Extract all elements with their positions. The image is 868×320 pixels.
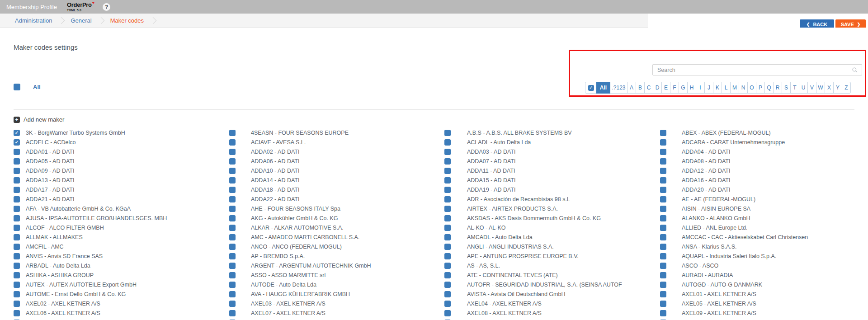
maker-item[interactable]: AVA - HAUGG KÜHLERFABRIK GMBH — [229, 289, 350, 299]
maker-item[interactable]: ANVIS - Anvis SD France SAS — [14, 251, 103, 261]
maker-checkbox[interactable] — [14, 177, 20, 184]
maker-label[interactable]: AXEL03 - AXEL KETNER A/S — [251, 301, 326, 307]
maker-label[interactable]: AUTODE - Auto Delta Lda — [251, 282, 316, 288]
maker-label[interactable]: AVA - HAUGG KÜHLERFABRIK GMBH — [251, 291, 350, 297]
maker-checkbox[interactable] — [14, 215, 20, 221]
maker-item[interactable]: ADDA11 - AD DATI — [444, 166, 515, 175]
maker-item[interactable]: APE - ANTUNG PROSPRISE EUROPE B.V. — [444, 251, 579, 261]
maker-item[interactable]: ADDA05 - AD DATI — [14, 156, 74, 166]
maker-item[interactable]: ADDA02 - AD DATI — [229, 147, 299, 156]
maker-checkbox[interactable] — [444, 272, 451, 278]
maker-checkbox[interactable] — [229, 149, 236, 155]
maker-label[interactable]: ACLADL - Auto Delta Lda — [467, 139, 531, 146]
maker-item[interactable]: AXEL10 - AXEL KETNER A/S — [14, 318, 100, 320]
maker-item[interactable]: AUTOFR - SEGURIDAD INDUSTRIAL, S.A. (SEI… — [444, 280, 622, 289]
maker-item[interactable]: ADDA03 - AD DATI — [444, 147, 515, 156]
maker-label[interactable]: ASSO - ASSO MARMITTE srl — [251, 272, 326, 278]
maker-checkbox[interactable] — [660, 196, 666, 202]
maker-checkbox[interactable] — [229, 158, 236, 165]
alphabet-filter-letter-y[interactable]: Y — [833, 82, 842, 94]
maker-label[interactable]: ADDA13 - AD DATI — [26, 177, 74, 184]
maker-label[interactable]: AXEL09 - AXEL KETNER A/S — [682, 310, 756, 316]
maker-checkbox[interactable] — [660, 310, 666, 316]
maker-item[interactable]: ADDA10 - AD DATI — [229, 166, 299, 175]
maker-item[interactable]: ABEX - ABEX (FEDERAL-MOGUL) — [660, 128, 771, 137]
maker-label[interactable]: ADDA02 - AD DATI — [251, 149, 299, 155]
maker-item[interactable]: ALANKO - ALANKO GmbH — [660, 213, 750, 223]
maker-item[interactable]: AL-KO - AL-KO — [444, 223, 505, 232]
breadcrumb-item-administration[interactable]: Administration — [15, 17, 52, 24]
maker-item[interactable]: AXEL01 - AXEL KETNER A/S — [660, 289, 756, 299]
maker-item[interactable]: AS - AS, S.L. — [444, 261, 500, 270]
maker-label[interactable]: ADDA16 - AD DATI — [682, 177, 730, 184]
maker-label[interactable]: AURADI - AURADIA — [682, 272, 733, 278]
maker-item[interactable]: ARBADL - Auto Delta Lda — [14, 261, 90, 270]
maker-item[interactable]: ALKAR - ALKAR AUTOMOTIVE S.A. — [229, 223, 344, 232]
maker-label[interactable]: AQUAPL - Industria Saleri Italo S.p.A. — [682, 253, 776, 259]
alphabet-filter-letter-b[interactable]: B — [636, 82, 645, 94]
maker-label[interactable]: AXEL07 - AXEL KETNER A/S — [251, 310, 326, 316]
maker-item[interactable]: AUTOME - Ernst Dello GmbH & Co. KG — [14, 289, 126, 299]
maker-label[interactable]: AUTOME - Ernst Dello GmbH & Co. KG — [26, 291, 126, 297]
maker-item[interactable]: AMCFIL - AMC — [14, 242, 64, 251]
alphabet-filter-letter-l[interactable]: L — [722, 82, 731, 94]
maker-item[interactable]: AXEL04 - AXEL KETNER A/S — [444, 299, 542, 308]
maker-checkbox[interactable] — [229, 215, 236, 221]
maker-checkbox[interactable] — [660, 206, 666, 212]
maker-label[interactable]: ARBADL - Auto Delta Lda — [26, 263, 90, 269]
maker-checkbox[interactable] — [444, 301, 451, 307]
maker-item[interactable]: AKG - Autokühler GmbH & Co. KG — [229, 213, 338, 223]
maker-checkbox[interactable] — [444, 168, 451, 174]
maker-item[interactable]: ADDA01 - AD DATI — [14, 147, 74, 156]
alphabet-filter-symbols[interactable]: .?123 — [610, 82, 627, 94]
alphabet-filter-letter-v[interactable]: V — [807, 82, 816, 94]
maker-item[interactable]: AUTODE - Auto Delta Lda — [229, 280, 316, 289]
maker-item[interactable]: AMC - AMADEO MARTI CARBONELL S.A. — [229, 232, 359, 242]
maker-checkbox[interactable] — [14, 234, 20, 240]
maker-item[interactable]: ADDA04 - AD DATI — [660, 147, 730, 156]
alphabet-filter-letter-n[interactable]: N — [739, 82, 748, 94]
maker-label[interactable]: ALCOF - ALCO FILTER GMBH — [26, 225, 104, 231]
search-input[interactable] — [653, 67, 852, 73]
maker-checkbox[interactable] — [660, 272, 666, 278]
alphabet-filter-letter-d[interactable]: D — [653, 82, 662, 94]
maker-item[interactable]: ANGLI - ANGLI INDUSTRIAS S.A. — [444, 242, 554, 251]
maker-checkbox[interactable] — [14, 291, 20, 297]
maker-label[interactable]: ADDA21 - AD DATI — [26, 196, 74, 202]
maker-checkbox[interactable] — [660, 244, 666, 250]
maker-checkbox[interactable] — [14, 301, 20, 307]
maker-label[interactable]: ALLMAK - ALLMAKES — [26, 234, 83, 240]
maker-label[interactable]: ADDA01 - AD DATI — [26, 149, 74, 155]
maker-label[interactable]: AHE - FOUR SEASONS ITALY Spa — [251, 206, 340, 212]
maker-label[interactable]: ADDA19 - AD DATI — [467, 187, 515, 193]
maker-label[interactable]: ADDA04 - AD DATI — [682, 149, 730, 155]
maker-checkbox[interactable] — [444, 139, 451, 146]
maker-item[interactable]: ADDA06 - AD DATI — [229, 156, 299, 166]
maker-item[interactable]: AXEL06 - AXEL KETNER A/S — [14, 308, 100, 318]
maker-checkbox[interactable] — [229, 225, 236, 231]
maker-label[interactable]: ADDA08 - AD DATI — [682, 158, 730, 165]
breadcrumb-item-general[interactable]: General — [71, 17, 91, 24]
maker-label[interactable]: ASHIKA - ASHIKA GROUP — [26, 272, 94, 278]
alphabet-filter-letter-e[interactable]: E — [661, 82, 670, 94]
maker-item[interactable]: ADDA16 - AD DATI — [660, 175, 730, 185]
maker-label[interactable]: ADDA09 - AD DATI — [26, 168, 74, 174]
maker-item[interactable]: ADDA09 - AD DATI — [14, 166, 74, 175]
maker-checkbox[interactable] — [229, 301, 236, 307]
maker-label[interactable]: AXEL02 - AXEL KETNER A/S — [26, 301, 100, 307]
maker-label[interactable]: ALANKO - ALANKO GmbH — [682, 215, 750, 221]
maker-item[interactable]: ADDA22 - AD DATI — [229, 194, 299, 204]
maker-label[interactable]: ADDA10 - AD DATI — [251, 168, 299, 174]
maker-checkbox[interactable] — [229, 177, 236, 184]
maker-item[interactable]: ATE - CONTINENTAL TEVES (ATE) — [444, 270, 558, 280]
maker-item[interactable]: ARGENT - ARGENTUM AUTOTECHNIK GmbH — [229, 261, 371, 270]
maker-item[interactable]: ACLADL - Auto Delta Lda — [444, 137, 531, 147]
maker-checkbox[interactable] — [229, 130, 236, 136]
maker-checkbox[interactable] — [444, 244, 451, 250]
maker-label[interactable]: AXEL06 - AXEL KETNER A/S — [26, 310, 100, 316]
maker-item[interactable]: ADDA20 - AD DATI — [660, 185, 730, 194]
maker-label[interactable]: AMCFIL - AMC — [26, 244, 64, 250]
maker-checkbox[interactable] — [444, 282, 451, 288]
maker-checkbox[interactable] — [229, 206, 236, 212]
maker-item[interactable]: ANCO - ANCO (FEDERAL MOGUL) — [229, 242, 342, 251]
